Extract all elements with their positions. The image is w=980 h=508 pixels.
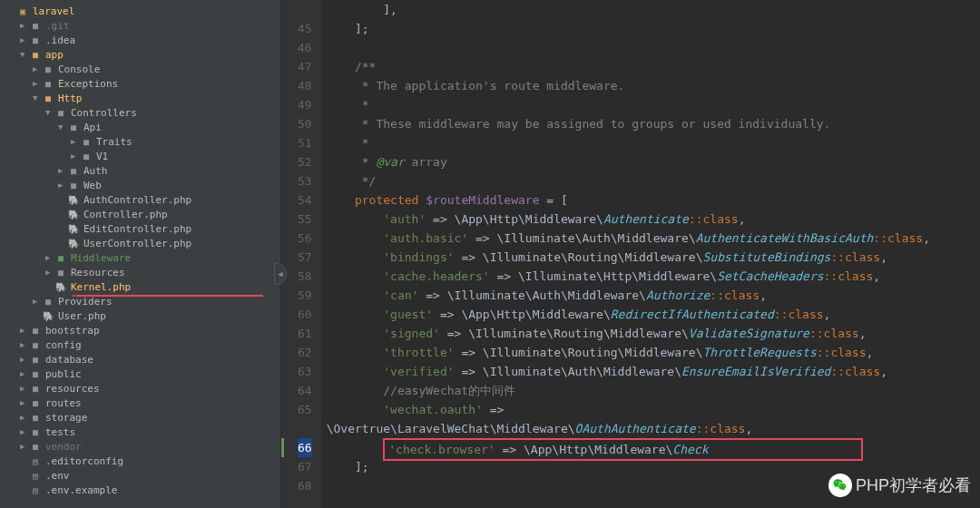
code-line[interactable]: 'bindings' => \Illuminate\Routing\Middle… bbox=[327, 248, 980, 267]
tree-item--env-example[interactable]: ▤.env.example bbox=[0, 483, 280, 497]
tree-item-Auth[interactable]: ▶■Auth bbox=[0, 163, 280, 178]
tree-item-AuthController-php[interactable]: 🐘AuthController.php bbox=[0, 192, 280, 207]
tree-item-public[interactable]: ▶■public bbox=[0, 366, 280, 381]
chevron-icon: ▶ bbox=[20, 355, 29, 364]
line-number: 53 bbox=[298, 171, 312, 190]
code-editor[interactable]: 4546474849505152535455565758596061626364… bbox=[281, 0, 980, 508]
tree-item-Resources[interactable]: ▶■Resources bbox=[0, 265, 280, 279]
code-line[interactable]: * @var array bbox=[327, 152, 980, 171]
chevron-icon: ▼ bbox=[20, 50, 29, 59]
tree-label: storage bbox=[45, 412, 87, 424]
folder-icon: ■ bbox=[29, 382, 42, 395]
line-number bbox=[298, 0, 312, 19]
tree-item--env[interactable]: ▤.env bbox=[0, 468, 280, 483]
tree-item-Controllers[interactable]: ▼■Controllers bbox=[0, 105, 280, 120]
line-number: 58 bbox=[298, 267, 312, 286]
watermark-text: PHP初学者必看 bbox=[856, 474, 971, 496]
tree-label: Exceptions bbox=[58, 78, 118, 90]
tree-item-routes[interactable]: ▶■routes bbox=[0, 396, 280, 410]
tree-item-Web[interactable]: ▶■Web bbox=[0, 178, 280, 192]
tree-item-User-php[interactable]: 🐘User.php bbox=[0, 308, 280, 323]
code-line[interactable] bbox=[327, 38, 980, 57]
code-line[interactable]: 'check.browser' => \App\Http\Middleware\… bbox=[327, 438, 980, 457]
code-line[interactable]: ], bbox=[327, 0, 980, 19]
tree-item-Kernel-php[interactable]: 🐘Kernel.php bbox=[0, 279, 280, 294]
tree-item-bootstrap[interactable]: ▶■bootstrap bbox=[0, 323, 280, 337]
tree-label: Resources bbox=[71, 267, 125, 278]
code-line[interactable]: //easyWechat的中间件 bbox=[327, 381, 980, 400]
project-tree[interactable]: ▣laravel▶■.git▶■.idea▼■app▶■Console▶■Exc… bbox=[0, 0, 281, 508]
folder-icon: ■ bbox=[29, 353, 42, 366]
code-line[interactable]: 'throttle' => \Illuminate\Routing\Middle… bbox=[327, 343, 980, 362]
folder-icon: ■ bbox=[54, 266, 67, 278]
tree-label: config bbox=[45, 339, 82, 351]
tree-item--idea[interactable]: ▶■.idea bbox=[0, 33, 280, 47]
tree-item--editorconfig[interactable]: ▤.editorconfig bbox=[0, 454, 280, 468]
code-line[interactable]: 'can' => \Illuminate\Auth\Middleware\Aut… bbox=[327, 286, 980, 305]
tree-item-Exceptions[interactable]: ▶■Exceptions bbox=[0, 76, 280, 91]
chevron-icon: ▶ bbox=[20, 35, 29, 44]
code-line[interactable]: 'verified' => \Illuminate\Auth\Middlewar… bbox=[327, 362, 980, 381]
tree-item-resources[interactable]: ▶■resources bbox=[0, 381, 280, 396]
folder-open-icon: ■ bbox=[29, 48, 42, 61]
code-line[interactable]: \Overtrue\LaravelWeChat\Middleware\OAuth… bbox=[327, 419, 980, 438]
line-number: 52 bbox=[298, 152, 312, 171]
code-area[interactable]: ], ]; /** * The application's route midd… bbox=[321, 0, 980, 508]
tree-item-vendor[interactable]: ▶■vendor bbox=[0, 439, 280, 454]
tree-label: Traits bbox=[96, 136, 132, 148]
tree-item-config[interactable]: ▶■config bbox=[0, 337, 280, 352]
tree-item-Http[interactable]: ▼■Http bbox=[0, 91, 280, 105]
code-line[interactable]: * bbox=[327, 95, 980, 114]
code-line[interactable]: */ bbox=[327, 171, 980, 190]
tree-item--git[interactable]: ▶■.git bbox=[0, 18, 280, 33]
tree-label: database bbox=[45, 354, 93, 366]
tree-item-app[interactable]: ▼■app bbox=[0, 47, 280, 62]
chevron-icon: ▶ bbox=[20, 442, 29, 451]
folder-icon: ■ bbox=[80, 135, 93, 148]
folder-icon: ■ bbox=[29, 338, 42, 351]
folder-icon: ■ bbox=[29, 324, 42, 337]
tree-item-Controller-php[interactable]: 🐘Controller.php bbox=[0, 207, 280, 221]
tree-item-UserController-php[interactable]: 🐘UserController.php bbox=[0, 236, 280, 250]
tree-item-Console[interactable]: ▶■Console bbox=[0, 62, 280, 76]
code-line[interactable]: * The application's route middleware. bbox=[327, 76, 980, 95]
folder-icon: ■ bbox=[29, 425, 42, 438]
tree-item-Providers[interactable]: ▶■Providers bbox=[0, 294, 280, 308]
tree-item-storage[interactable]: ▶■storage bbox=[0, 410, 280, 425]
tree-item-Api[interactable]: ▼■Api bbox=[0, 120, 280, 134]
code-line[interactable]: * These middleware may be assigned to gr… bbox=[327, 114, 980, 133]
code-line[interactable]: 'auth.basic' => \Illuminate\Auth\Middlew… bbox=[327, 229, 980, 248]
tree-item-EditController-php[interactable]: 🐘EditController.php bbox=[0, 221, 280, 236]
chevron-icon: ▶ bbox=[33, 297, 42, 306]
tree-item-database[interactable]: ▶■database bbox=[0, 352, 280, 366]
line-number: 51 bbox=[298, 133, 312, 152]
code-line[interactable]: protected $routeMiddleware = [ bbox=[327, 190, 980, 210]
chevron-icon: ▶ bbox=[20, 413, 29, 422]
line-number: 68 bbox=[298, 476, 312, 495]
line-number: 55 bbox=[298, 210, 312, 229]
code-line[interactable]: * bbox=[327, 133, 980, 152]
code-line[interactable]: /** bbox=[327, 57, 980, 76]
tree-label: .idea bbox=[45, 34, 75, 46]
code-line[interactable]: 'auth' => \App\Http\Middleware\Authentic… bbox=[327, 210, 980, 229]
tree-item-Traits[interactable]: ▶■Traits bbox=[0, 134, 280, 149]
code-line[interactable]: 'signed' => \Illuminate\Routing\Middlewa… bbox=[327, 324, 980, 343]
code-line[interactable]: ]; bbox=[327, 19, 980, 38]
tree-item-V1[interactable]: ▶■V1 bbox=[0, 149, 280, 163]
code-line[interactable]: 'cache.headers' => \Illuminate\Http\Midd… bbox=[327, 267, 980, 286]
tree-label: .editorconfig bbox=[45, 455, 123, 467]
code-line[interactable]: 'guest' => \App\Http\Middleware\Redirect… bbox=[327, 305, 980, 324]
tree-item-Middleware[interactable]: ▶■Middleware bbox=[0, 250, 280, 265]
folder-icon: ■ bbox=[29, 440, 42, 453]
tree-label: bootstrap bbox=[45, 325, 100, 337]
folder-icon: ■ bbox=[67, 179, 80, 191]
line-number: 66 bbox=[298, 438, 312, 457]
line-number: 50 bbox=[298, 114, 312, 133]
chevron-icon: ▶ bbox=[20, 326, 29, 335]
chevron-icon: ▼ bbox=[45, 108, 54, 117]
code-line[interactable]: 'wechat.oauth' => bbox=[327, 400, 980, 419]
line-number: 62 bbox=[298, 343, 312, 362]
tree-item-tests[interactable]: ▶■tests bbox=[0, 425, 280, 439]
tree-item-laravel[interactable]: ▣laravel bbox=[0, 4, 280, 18]
root-icon: ▣ bbox=[16, 5, 29, 17]
